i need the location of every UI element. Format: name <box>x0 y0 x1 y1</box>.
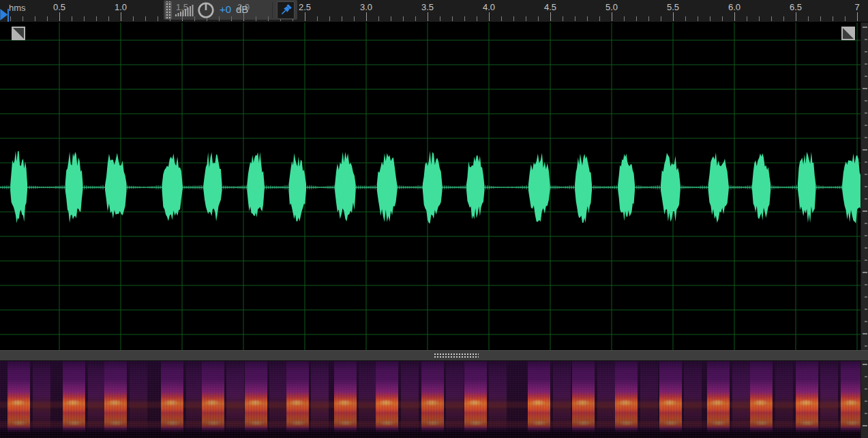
amplitude-tick <box>865 51 867 52</box>
amplitude-tick <box>865 345 867 347</box>
spectrogram-band <box>796 360 818 438</box>
ruler-tick <box>747 16 747 21</box>
ruler-tick <box>84 16 85 21</box>
ruler-tick <box>550 12 551 21</box>
frequency-ruler[interactable] <box>860 360 868 438</box>
ruler-tick <box>440 16 440 21</box>
spectrogram-echo-band <box>269 360 287 438</box>
amplitude-tick <box>865 260 867 261</box>
spectrogram-echo-band <box>33 360 50 438</box>
ruler-label: 2.5 <box>295 2 315 12</box>
playhead-triangle-icon <box>0 9 8 20</box>
spectrogram-echo-band <box>401 360 419 438</box>
ruler-tick <box>108 16 109 21</box>
spectrogram-echo-band <box>446 360 464 438</box>
ruler-tick <box>734 12 735 21</box>
waveform-view[interactable] <box>0 22 868 350</box>
spectrogram-band <box>104 360 127 438</box>
amplitude-tick <box>863 364 867 365</box>
ruler-tick <box>317 16 318 21</box>
gain-unit-label: dB <box>236 3 248 15</box>
ruler-tick <box>624 16 625 21</box>
splitter-grip-icon <box>434 353 479 358</box>
spectrogram-echo-band <box>88 360 106 438</box>
ruler-tick <box>857 12 858 21</box>
ruler-tick <box>526 16 526 21</box>
pin-button[interactable] <box>277 1 295 19</box>
volume-knob[interactable] <box>197 1 215 19</box>
ruler-tick <box>428 12 428 21</box>
amplitude-tick <box>865 376 867 377</box>
level-meter-icon <box>175 4 195 17</box>
amplitude-tick <box>865 223 867 224</box>
ruler-tick <box>35 16 35 21</box>
amplitude-ruler[interactable] <box>860 22 868 350</box>
ruler-tick <box>121 12 121 21</box>
spectrogram-band <box>161 360 183 438</box>
spectrogram-band <box>528 360 550 438</box>
panel-splitter[interactable] <box>0 350 868 361</box>
ruler-label: 5.5 <box>663 2 683 12</box>
ruler-tick <box>501 16 502 21</box>
ruler-label: 5.0 <box>601 2 622 12</box>
ruler-tick <box>329 16 330 21</box>
amplitude-tick <box>865 100 867 101</box>
amplitude-tick <box>865 63 867 65</box>
amplitude-tick <box>865 137 867 138</box>
timeline-ruler[interactable]: hms 0.51.01.52.02.53.03.54.04.55.05.56.0… <box>0 0 868 22</box>
spectrogram-band <box>286 360 309 438</box>
drag-grip-icon[interactable] <box>165 1 172 19</box>
ruler-tick <box>342 16 342 21</box>
ruler-tick <box>771 16 772 21</box>
amplitude-tick <box>865 401 867 402</box>
amplitude-tick <box>865 388 867 390</box>
fade-in-handle[interactable] <box>12 27 25 40</box>
spectrogram-echo-band <box>489 360 507 438</box>
ruler-tick <box>354 16 355 21</box>
amplitude-tick <box>863 27 867 28</box>
pin-icon <box>278 2 294 18</box>
playhead[interactable] <box>0 9 10 22</box>
audio-editor-window: hms 0.51.01.52.02.53.03.54.04.55.05.56.0… <box>0 0 868 438</box>
spectrogram-band <box>8 360 30 438</box>
amplitude-tick <box>865 235 867 236</box>
amplitude-tick <box>865 309 867 310</box>
ruler-tick <box>648 16 649 21</box>
spectrogram-echo-band <box>359 360 376 438</box>
ruler-tick <box>489 12 490 21</box>
spectrogram-band <box>63 360 85 438</box>
spectrogram-band <box>750 360 773 438</box>
ruler-tick <box>685 16 686 21</box>
spectrogram-band <box>659 360 682 438</box>
spectrogram-band <box>572 360 595 438</box>
spectrogram-echo-band <box>684 360 702 438</box>
ruler-tick <box>796 12 796 21</box>
spectrogram-echo-band <box>820 360 838 438</box>
amplitude-tick <box>865 76 867 77</box>
time-format-label: hms <box>9 3 26 13</box>
ruler-tick <box>415 16 416 21</box>
spectrogram-band <box>464 360 487 438</box>
ruler-tick <box>145 16 146 21</box>
ruler-tick <box>96 16 97 21</box>
ruler-tick <box>808 16 809 21</box>
gain-value[interactable]: +0 <box>220 3 231 15</box>
ruler-label: 7 <box>847 2 867 12</box>
hud-divider <box>272 2 273 18</box>
fade-out-handle[interactable] <box>841 27 855 40</box>
ruler-label: 3.5 <box>417 2 438 12</box>
spectrogram-view[interactable] <box>0 360 868 438</box>
ruler-tick <box>612 12 612 21</box>
ruler-tick <box>563 16 563 21</box>
spectrogram-band <box>245 360 267 438</box>
spectrogram-echo-band <box>226 360 244 438</box>
amplitude-tick <box>865 186 867 187</box>
ruler-tick <box>10 16 11 21</box>
ruler-tick <box>72 16 72 21</box>
amplitude-tick <box>865 284 867 285</box>
ruler-label: 1.0 <box>110 2 131 12</box>
ruler-tick <box>305 12 305 21</box>
hud-panel[interactable]: +0 dB <box>164 0 297 20</box>
amplitude-tick <box>865 296 867 298</box>
spectrogram-echo-band <box>732 360 750 438</box>
